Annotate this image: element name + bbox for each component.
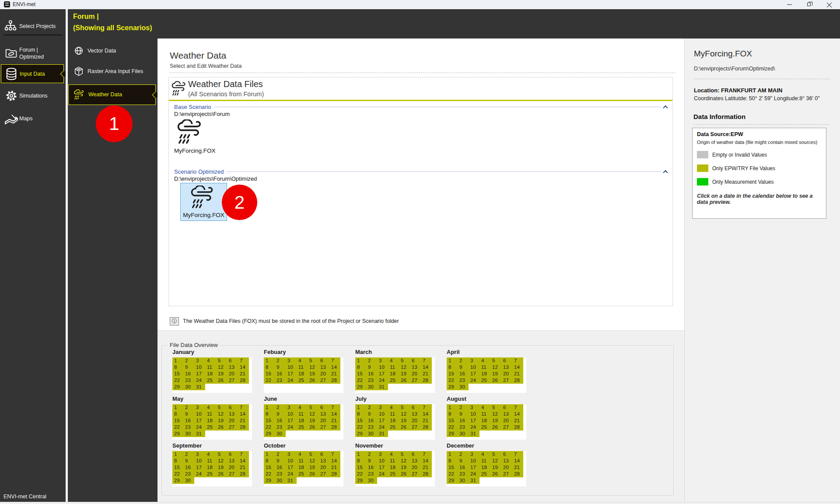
day-cell[interactable]: 8 bbox=[355, 411, 366, 417]
day-cell[interactable]: 3 bbox=[377, 404, 388, 411]
day-cell[interactable]: 31 bbox=[286, 477, 297, 484]
day-cell[interactable]: 27 bbox=[501, 471, 512, 477]
day-cell[interactable]: 26 bbox=[490, 424, 501, 430]
day-cell[interactable]: 6 bbox=[410, 451, 421, 458]
day-cell[interactable]: 24 bbox=[469, 424, 480, 430]
day-cell[interactable]: 7 bbox=[421, 451, 432, 458]
day-cell[interactable]: 28 bbox=[421, 424, 432, 430]
day-cell[interactable]: 4 bbox=[297, 357, 308, 364]
file-tile-optimized-selected[interactable]: MyForcing.FOX bbox=[180, 183, 227, 221]
day-cell[interactable]: 22 bbox=[447, 377, 458, 384]
day-cell[interactable]: 21 bbox=[421, 417, 432, 424]
day-cell[interactable]: 7 bbox=[238, 451, 249, 458]
day-cell[interactable]: 27 bbox=[501, 424, 512, 430]
day-cell[interactable]: 25 bbox=[205, 471, 216, 477]
day-cell[interactable]: 25 bbox=[297, 424, 308, 430]
day-cell[interactable]: 26 bbox=[399, 377, 410, 384]
day-cell[interactable]: 19 bbox=[399, 417, 410, 424]
day-cell[interactable]: 17 bbox=[286, 417, 297, 424]
day-cell[interactable]: 12 bbox=[216, 411, 227, 417]
day-cell[interactable]: 22 bbox=[355, 424, 366, 430]
day-cell[interactable]: 18 bbox=[388, 417, 399, 424]
day-cell[interactable]: 2 bbox=[366, 404, 377, 411]
day-cell[interactable]: 4 bbox=[205, 451, 216, 458]
day-cell[interactable]: 5 bbox=[308, 357, 318, 364]
day-cell[interactable]: 13 bbox=[227, 364, 238, 371]
day-cell[interactable]: 9 bbox=[275, 458, 286, 464]
day-cell[interactable]: 23 bbox=[458, 377, 469, 384]
day-cell[interactable]: 8 bbox=[355, 458, 366, 464]
day-cell[interactable]: 25 bbox=[388, 471, 399, 477]
day-cell[interactable]: 23 bbox=[183, 377, 194, 384]
day-cell[interactable]: 24 bbox=[377, 471, 388, 477]
day-cell[interactable]: 15 bbox=[447, 371, 458, 377]
day-cell[interactable]: 2 bbox=[366, 357, 377, 364]
day-cell[interactable]: 17 bbox=[469, 417, 480, 424]
day-cell[interactable]: 8 bbox=[172, 364, 183, 371]
day-cell[interactable]: 16 bbox=[275, 371, 286, 377]
day-cell[interactable]: 14 bbox=[329, 411, 340, 417]
day-cell[interactable]: 20 bbox=[227, 464, 238, 471]
day-cell[interactable]: 10 bbox=[469, 411, 480, 417]
day-cell[interactable]: 16 bbox=[458, 371, 469, 377]
day-cell[interactable]: 7 bbox=[238, 357, 249, 364]
day-cell[interactable]: 3 bbox=[286, 404, 297, 411]
day-cell[interactable]: 24 bbox=[286, 377, 297, 384]
day-cell[interactable]: 15 bbox=[447, 464, 458, 471]
day-cell[interactable]: 4 bbox=[388, 451, 399, 458]
day-cell[interactable]: 13 bbox=[410, 458, 421, 464]
day-cell[interactable]: 18 bbox=[297, 371, 308, 377]
day-cell[interactable]: 8 bbox=[264, 411, 275, 417]
day-cell[interactable]: 17 bbox=[286, 371, 297, 377]
day-cell[interactable]: 27 bbox=[318, 471, 329, 477]
day-cell[interactable]: 4 bbox=[388, 404, 399, 411]
day-cell[interactable]: 5 bbox=[490, 451, 501, 458]
day-cell[interactable]: 22 bbox=[264, 424, 275, 430]
day-cell[interactable]: 14 bbox=[512, 364, 523, 371]
day-cell[interactable]: 19 bbox=[490, 417, 501, 424]
day-cell[interactable]: 9 bbox=[458, 364, 469, 371]
day-cell[interactable]: 24 bbox=[469, 377, 480, 384]
day-cell[interactable]: 16 bbox=[458, 417, 469, 424]
day-cell[interactable]: 24 bbox=[377, 424, 388, 430]
day-cell[interactable]: 7 bbox=[238, 404, 249, 411]
day-cell[interactable]: 7 bbox=[512, 451, 523, 458]
day-cell[interactable]: 11 bbox=[205, 364, 216, 371]
day-cell[interactable]: 7 bbox=[329, 451, 340, 458]
day-cell[interactable]: 20 bbox=[227, 417, 238, 424]
day-cell[interactable]: 19 bbox=[308, 464, 318, 471]
day-cell[interactable]: 2 bbox=[275, 404, 286, 411]
day-cell[interactable]: 30 bbox=[366, 430, 377, 437]
day-cell[interactable]: 13 bbox=[501, 411, 512, 417]
day-cell[interactable]: 3 bbox=[194, 357, 205, 364]
day-cell[interactable]: 24 bbox=[194, 377, 205, 384]
day-cell[interactable]: 1 bbox=[355, 451, 366, 458]
day-cell[interactable]: 18 bbox=[297, 464, 308, 471]
day-cell[interactable]: 30 bbox=[458, 477, 469, 484]
day-cell[interactable]: 22 bbox=[355, 377, 366, 384]
day-cell[interactable]: 18 bbox=[205, 464, 216, 471]
day-cell[interactable]: 17 bbox=[377, 464, 388, 471]
day-cell[interactable]: 9 bbox=[183, 411, 194, 417]
day-cell[interactable]: 25 bbox=[205, 377, 216, 384]
day-cell[interactable]: 13 bbox=[318, 458, 329, 464]
day-cell[interactable]: 17 bbox=[469, 371, 480, 377]
day-cell[interactable]: 11 bbox=[388, 458, 399, 464]
day-cell[interactable]: 7 bbox=[329, 357, 340, 364]
day-cell[interactable]: 16 bbox=[183, 371, 194, 377]
day-cell[interactable]: 14 bbox=[421, 364, 432, 371]
day-cell[interactable]: 30 bbox=[183, 477, 194, 484]
day-cell[interactable]: 28 bbox=[512, 377, 523, 384]
day-cell[interactable]: 20 bbox=[410, 464, 421, 471]
day-cell[interactable]: 23 bbox=[458, 471, 469, 477]
day-cell[interactable]: 19 bbox=[216, 417, 227, 424]
day-cell[interactable]: 15 bbox=[355, 371, 366, 377]
day-cell[interactable]: 25 bbox=[297, 377, 308, 384]
day-cell[interactable]: 8 bbox=[447, 411, 458, 417]
day-cell[interactable]: 30 bbox=[458, 384, 469, 390]
day-cell[interactable]: 15 bbox=[447, 417, 458, 424]
collapse-chevron-icon[interactable] bbox=[663, 170, 668, 175]
day-cell[interactable]: 6 bbox=[410, 404, 421, 411]
day-cell[interactable]: 2 bbox=[183, 357, 194, 364]
day-cell[interactable]: 24 bbox=[286, 424, 297, 430]
